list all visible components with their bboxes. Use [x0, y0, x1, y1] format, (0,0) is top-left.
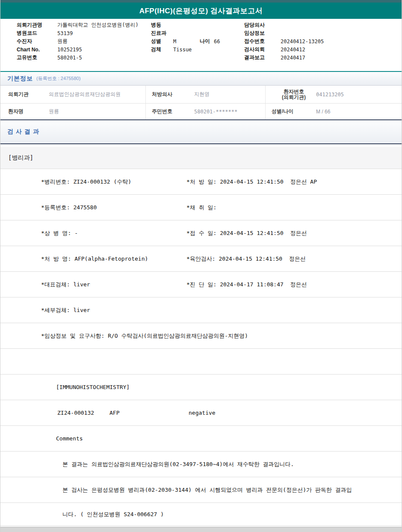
sex-age-combined-label: 성별/나이: [265, 104, 316, 119]
sex-age-row: 성별 M 나이 66: [151, 37, 244, 45]
sub-specimen-text: *세부검체: liver: [41, 306, 90, 314]
diagnosis-date-text: *진 단 일: 2024-04-17 11:08:47 정은선: [186, 281, 307, 288]
collection-date-text: *채 취 일:: [186, 204, 216, 211]
age-label: 나이: [200, 38, 214, 45]
report-date-label: 결과보고: [244, 54, 281, 61]
sex-label: 성별: [151, 38, 173, 45]
department-header-row: [병리과]: [0, 147, 402, 169]
unique-no-row: 고유번호 580201-5: [17, 53, 142, 62]
patient-id-label-line1: 환자번호: [284, 89, 304, 95]
receipt-no-value: 20240412-13205: [281, 39, 324, 45]
report-date-row: 결과보고 20240417: [244, 53, 402, 62]
comment-line-1: 본 결과는 의료법인삼광의료재단삼광의원(02-3497-5180~4)에서 재…: [62, 461, 294, 468]
referring-org-label: 의뢰기관: [8, 91, 49, 98]
pathology-no-text: *병리번호: ZI24-000132 (수탁): [41, 178, 186, 186]
ihc-result-row: ZI24-000132 AFP negative: [0, 400, 402, 426]
department-row: 진료과: [151, 29, 244, 37]
hospital-code-label: 병원코드: [17, 30, 57, 37]
examinee-label: 수진자: [17, 38, 57, 45]
prescribing-doctor-label: 처방의사: [145, 86, 194, 103]
attending-doctor-label: 담당의사: [244, 21, 281, 29]
specimen-value: Tissue: [173, 47, 192, 53]
receipt-date-text: *접 수 일: 2024-04-15 12:41:50 정은선: [186, 229, 307, 237]
comments-label-row: Comments: [0, 426, 402, 452]
chart-no-row: Chart No. 10252195: [17, 45, 142, 53]
prescription-date-text: *처 방 일: 2024-04-15 12:41:50 정은선 AP: [186, 178, 317, 186]
ihc-result-code: ZI24-000132: [57, 410, 109, 416]
ward-label: 병동: [151, 21, 173, 29]
basic-info-row-2: 환자명 원룡 주민번호 580201-******* 성별/나이 M / 66: [0, 104, 402, 119]
examinee-row: 수진자 원룡: [17, 37, 142, 45]
results-section-title: 검 사 결 과: [7, 128, 39, 136]
patient-name-label: 환자명: [8, 108, 49, 115]
prescribing-doctor-value: 지현영: [194, 91, 271, 98]
patient-header-middle-column: 병동 진료과 성별 M 나이 66 검체 Tissue: [142, 21, 244, 71]
department-name: [병리과]: [8, 154, 33, 162]
age-value: 66: [214, 39, 220, 45]
referring-org-value: 의료법인삼광의료재단삼광의원: [49, 91, 151, 98]
footer-bar: [0, 527, 402, 532]
unique-no-label: 고유번호: [17, 54, 57, 61]
order-name-text: *처 방 명: AFP(alpha-Fetoprotein): [41, 255, 186, 263]
patient-id-label: 환자번호 (의뢰기관): [265, 86, 316, 103]
basic-info-section-bar: 기본정보 (등록번호 : 2475580): [0, 71, 402, 86]
hospital-code-value: 53139: [57, 30, 73, 36]
requesting-org-label: 의뢰기관명: [17, 21, 57, 29]
detail-row-clinical-request: *임상정보 및 요구사항: R/O 수탁검사(의료법인삼광의료재단삼광의원-지현…: [0, 323, 402, 349]
chart-no-label: Chart No.: [17, 47, 57, 53]
specimen-row: 검체 Tissue: [151, 45, 244, 53]
registration-no-text: *등록번호: 2475580: [41, 204, 186, 211]
patient-header-left-column: 의뢰기관명 가톨릭대학교 인천성모병원(병리) 병원코드 53139 수진자 원…: [0, 21, 142, 71]
requesting-org-value: 가톨릭대학교 인천성모병원(병리): [57, 21, 139, 29]
basic-info-section-title: 기본정보: [7, 75, 33, 83]
ihc-result-value: negative: [189, 410, 216, 416]
examinee-value: 원룡: [57, 38, 68, 45]
detail-row-representative-specimen: *대표검체: liver *진 단 일: 2024-04-17 11:08:47…: [0, 272, 402, 297]
department-label: 진료과: [151, 30, 173, 37]
comment-row-3: 니다. ( 인천성모병원 S24-006627 ): [0, 503, 402, 526]
detail-row-disease-name: *상 병 명: - *접 수 일: 2024-04-15 12:41:50 정은…: [0, 220, 402, 246]
results-section-bar: 검 사 결 과: [0, 120, 402, 144]
basic-info-row-1: 의뢰기관 의료법인삼광의료재단삼광의원 처방의사 지현영 환자번호 (의뢰기관)…: [0, 86, 402, 104]
comment-line-2: 본 검사는 은평성모병원 병리과(02-2030-3144) 에서 시행되었으며…: [62, 486, 352, 494]
comment-row-1: 본 결과는 의료법인삼광의료재단삼광의원(02-3497-5180~4)에서 재…: [0, 452, 402, 477]
patient-id-value: 041213205: [316, 92, 402, 98]
report-page: AFP(IHC)(은평성모) 검사결과보고서 의뢰기관명 가톨릭대학교 인천성모…: [0, 0, 402, 532]
detail-row-pathology-no: *병리번호: ZI24-000132 (수탁) *처 방 일: 2024-04-…: [0, 169, 402, 195]
unique-no-value: 580201-5: [57, 55, 82, 61]
ihc-header-row: [IMMUNOHISTOCHEMISTRY]: [0, 374, 402, 400]
disease-name-text: *상 병 명: -: [41, 229, 186, 237]
request-date-value: 20240412: [281, 47, 305, 53]
basic-info-table: 의뢰기관 의료법인삼광의료재단삼광의원 처방의사 지현영 환자번호 (의뢰기관)…: [0, 86, 402, 120]
resident-no-value: 580201-*******: [194, 109, 271, 115]
patient-id-label-line2: (의뢰기관): [282, 95, 306, 100]
representative-specimen-text: *대표검체: liver: [41, 281, 186, 288]
request-date-label: 검사의뢰: [244, 46, 281, 53]
patient-header-right-column: 담당의사 임상정보 접수번호 20240412-13205 검사의뢰 20240…: [244, 21, 402, 71]
clinical-info-row: 임상정보: [244, 29, 402, 37]
patient-name-value: 원룡: [49, 108, 151, 115]
comment-line-3: 니다. ( 인천성모병원 S24-006627 ): [62, 511, 164, 518]
basic-info-registration-no: (등록번호 : 2475580): [36, 75, 80, 82]
empty-spacer-row: [0, 349, 402, 374]
resident-no-label: 주민번호: [145, 104, 194, 119]
ihc-result-test: AFP: [109, 410, 189, 416]
ihc-header-text: [IMMUNOHISTOCHEMISTRY]: [56, 384, 130, 390]
page-title: AFP(IHC)(은평성모) 검사결과보고서: [139, 6, 263, 16]
report-title-bar: AFP(IHC)(은평성모) 검사결과보고서: [0, 3, 402, 19]
detail-row-registration-no: *등록번호: 2475580 *채 취 일:: [0, 195, 402, 220]
requesting-org-row: 의뢰기관명 가톨릭대학교 인천성모병원(병리): [17, 21, 142, 29]
clinical-request-text: *임상정보 및 요구사항: R/O 수탁검사(의료법인삼광의료재단삼광의원-지현…: [41, 332, 248, 340]
clinical-info-label: 임상정보: [244, 30, 281, 37]
comments-label: Comments: [56, 435, 83, 442]
request-date-row: 검사의뢰 20240412: [244, 45, 402, 53]
receipt-no-row: 접수번호 20240412-13205: [244, 37, 402, 45]
sex-value: M: [173, 39, 200, 45]
attending-doctor-row: 담당의사: [244, 21, 402, 29]
receipt-no-label: 접수번호: [244, 38, 281, 45]
patient-header: 의뢰기관명 가톨릭대학교 인천성모병원(병리) 병원코드 53139 수진자 원…: [0, 19, 402, 71]
chart-no-value: 10252195: [57, 47, 82, 53]
gross-exam-date-text: *육안검사: 2024-04-15 12:41:50 정은선: [186, 255, 306, 263]
sex-age-combined-value: M / 66: [316, 109, 402, 115]
report-date-value: 20240417: [281, 55, 305, 61]
